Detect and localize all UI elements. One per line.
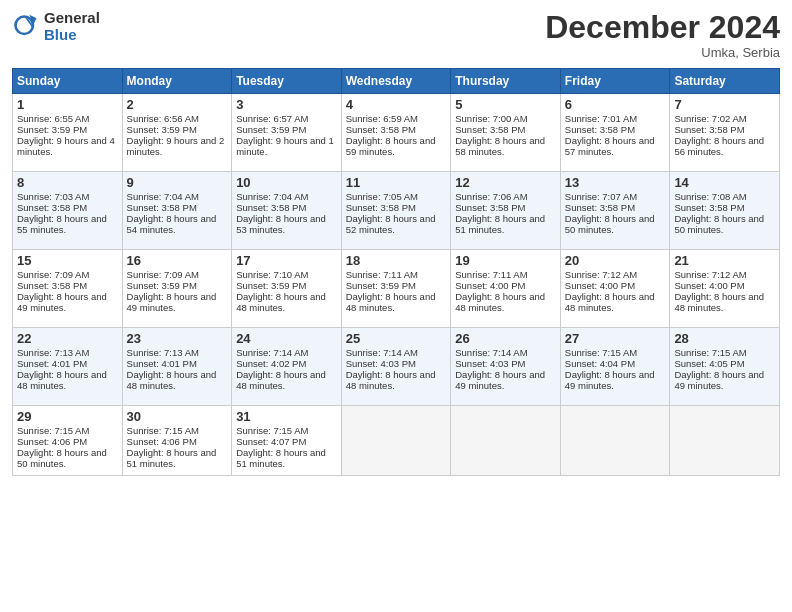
- table-row: 23Sunrise: 7:13 AMSunset: 4:01 PMDayligh…: [122, 328, 232, 406]
- table-row: 11Sunrise: 7:05 AMSunset: 3:58 PMDayligh…: [341, 172, 451, 250]
- th-wednesday: Wednesday: [341, 69, 451, 94]
- th-monday: Monday: [122, 69, 232, 94]
- logo-general-text: General: [44, 10, 100, 27]
- table-row: 25Sunrise: 7:14 AMSunset: 4:03 PMDayligh…: [341, 328, 451, 406]
- table-row: 5Sunrise: 7:00 AMSunset: 3:58 PMDaylight…: [451, 94, 561, 172]
- table-row: 24Sunrise: 7:14 AMSunset: 4:02 PMDayligh…: [232, 328, 342, 406]
- table-row: 2Sunrise: 6:56 AMSunset: 3:59 PMDaylight…: [122, 94, 232, 172]
- th-friday: Friday: [560, 69, 670, 94]
- table-row: 19Sunrise: 7:11 AMSunset: 4:00 PMDayligh…: [451, 250, 561, 328]
- table-row: 18Sunrise: 7:11 AMSunset: 3:59 PMDayligh…: [341, 250, 451, 328]
- table-row: 9Sunrise: 7:04 AMSunset: 3:58 PMDaylight…: [122, 172, 232, 250]
- header: General Blue December 2024 Umka, Serbia: [12, 10, 780, 60]
- table-row: 30Sunrise: 7:15 AMSunset: 4:06 PMDayligh…: [122, 406, 232, 476]
- table-row: 29Sunrise: 7:15 AMSunset: 4:06 PMDayligh…: [13, 406, 123, 476]
- table-row: 31Sunrise: 7:15 AMSunset: 4:07 PMDayligh…: [232, 406, 342, 476]
- month-title: December 2024: [545, 10, 780, 45]
- title-block: December 2024 Umka, Serbia: [545, 10, 780, 60]
- page-container: General Blue December 2024 Umka, Serbia …: [0, 0, 792, 484]
- table-row: 17Sunrise: 7:10 AMSunset: 3:59 PMDayligh…: [232, 250, 342, 328]
- calendar-table: Sunday Monday Tuesday Wednesday Thursday…: [12, 68, 780, 476]
- table-row: 16Sunrise: 7:09 AMSunset: 3:59 PMDayligh…: [122, 250, 232, 328]
- th-sunday: Sunday: [13, 69, 123, 94]
- th-tuesday: Tuesday: [232, 69, 342, 94]
- table-row: [451, 406, 561, 476]
- th-thursday: Thursday: [451, 69, 561, 94]
- logo-text: General Blue: [44, 10, 100, 43]
- th-saturday: Saturday: [670, 69, 780, 94]
- table-row: 4Sunrise: 6:59 AMSunset: 3:58 PMDaylight…: [341, 94, 451, 172]
- table-row: 6Sunrise: 7:01 AMSunset: 3:58 PMDaylight…: [560, 94, 670, 172]
- table-row: 12Sunrise: 7:06 AMSunset: 3:58 PMDayligh…: [451, 172, 561, 250]
- table-row: 13Sunrise: 7:07 AMSunset: 3:58 PMDayligh…: [560, 172, 670, 250]
- svg-point-0: [16, 16, 34, 34]
- table-row: [670, 406, 780, 476]
- table-row: 3Sunrise: 6:57 AMSunset: 3:59 PMDaylight…: [232, 94, 342, 172]
- logo: General Blue: [12, 10, 100, 43]
- logo-blue-text: Blue: [44, 27, 100, 44]
- table-row: 8Sunrise: 7:03 AMSunset: 3:58 PMDaylight…: [13, 172, 123, 250]
- table-row: 15Sunrise: 7:09 AMSunset: 3:58 PMDayligh…: [13, 250, 123, 328]
- table-row: 22Sunrise: 7:13 AMSunset: 4:01 PMDayligh…: [13, 328, 123, 406]
- table-row: [341, 406, 451, 476]
- table-row: 26Sunrise: 7:14 AMSunset: 4:03 PMDayligh…: [451, 328, 561, 406]
- table-row: 28Sunrise: 7:15 AMSunset: 4:05 PMDayligh…: [670, 328, 780, 406]
- table-row: 10Sunrise: 7:04 AMSunset: 3:58 PMDayligh…: [232, 172, 342, 250]
- location: Umka, Serbia: [545, 45, 780, 60]
- header-row: Sunday Monday Tuesday Wednesday Thursday…: [13, 69, 780, 94]
- table-row: 14Sunrise: 7:08 AMSunset: 3:58 PMDayligh…: [670, 172, 780, 250]
- table-row: 20Sunrise: 7:12 AMSunset: 4:00 PMDayligh…: [560, 250, 670, 328]
- table-row: 27Sunrise: 7:15 AMSunset: 4:04 PMDayligh…: [560, 328, 670, 406]
- table-row: 1Sunrise: 6:55 AMSunset: 3:59 PMDaylight…: [13, 94, 123, 172]
- table-row: [560, 406, 670, 476]
- table-row: 21Sunrise: 7:12 AMSunset: 4:00 PMDayligh…: [670, 250, 780, 328]
- table-row: 7Sunrise: 7:02 AMSunset: 3:58 PMDaylight…: [670, 94, 780, 172]
- logo-icon: [12, 13, 40, 41]
